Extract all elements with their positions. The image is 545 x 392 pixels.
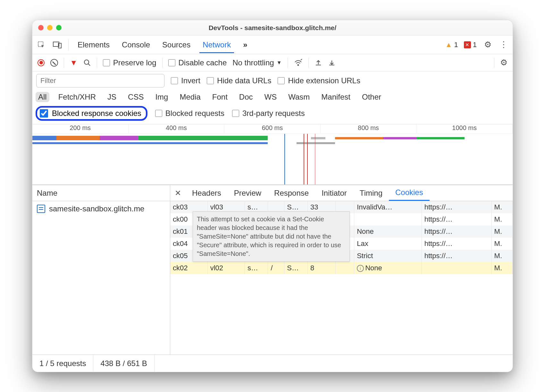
error-icon: ✕ xyxy=(464,41,471,48)
document-icon xyxy=(37,205,45,213)
type-pill-doc[interactable]: Doc xyxy=(237,92,256,102)
subtab-response[interactable]: Response xyxy=(268,185,315,201)
blocked-requests-checkbox[interactable]: Blocked requests xyxy=(155,109,224,118)
errors-indicator[interactable]: ✕ 1 xyxy=(464,41,477,49)
inspect-icon[interactable] xyxy=(36,40,46,50)
tab-sources[interactable]: Sources xyxy=(159,37,194,53)
warning-icon: ▲ xyxy=(445,41,452,49)
clear-button[interactable] xyxy=(50,59,58,67)
search-icon[interactable] xyxy=(83,59,91,67)
warning-count: 1 xyxy=(454,41,458,49)
type-pill-font[interactable]: Font xyxy=(210,92,230,102)
tab-elements[interactable]: Elements xyxy=(74,37,113,53)
kebab-menu-icon[interactable]: ⋮ xyxy=(499,40,509,50)
hide-data-urls-checkbox[interactable]: Hide data URLs xyxy=(207,76,271,85)
type-pill-js[interactable]: JS xyxy=(105,92,119,102)
main-tabstrip: Elements Console Sources Network » ▲ 1 ✕… xyxy=(32,36,513,54)
timeline-overview[interactable]: 200 ms 400 ms 600 ms 800 ms 1000 ms xyxy=(32,124,513,185)
subtab-cookies[interactable]: Cookies xyxy=(389,185,430,201)
record-button[interactable] xyxy=(38,59,45,66)
window-title: DevTools - samesite-sandbox.glitch.me/ xyxy=(32,24,513,32)
svg-line-4 xyxy=(88,64,90,66)
type-pill-media[interactable]: Media xyxy=(177,92,203,102)
blocked-response-cookies-checkbox[interactable]: Blocked response cookies xyxy=(36,106,147,121)
requests-list: Name samesite-sandbox.glitch.me xyxy=(32,185,170,355)
type-pill-ws[interactable]: WS xyxy=(262,92,280,102)
traffic-lights xyxy=(38,25,62,30)
request-name: samesite-sandbox.glitch.me xyxy=(49,204,144,213)
network-conditions-icon[interactable] xyxy=(294,59,303,67)
subtab-initiator[interactable]: Initiator xyxy=(315,185,353,201)
preserve-log-checkbox[interactable]: Preserve log xyxy=(103,58,156,67)
titlebar: DevTools - samesite-sandbox.glitch.me/ xyxy=(32,20,513,36)
subtab-timing[interactable]: Timing xyxy=(353,185,389,201)
svg-line-6 xyxy=(301,59,302,60)
requests-header-name[interactable]: Name xyxy=(32,185,170,201)
hide-extension-urls-checkbox[interactable]: Hide extension URLs xyxy=(278,76,360,85)
device-toggle-icon[interactable] xyxy=(52,40,63,50)
blocked-row: Blocked response cookies Blocked request… xyxy=(32,104,513,124)
request-row[interactable]: samesite-sandbox.glitch.me xyxy=(32,201,170,216)
error-count: 1 xyxy=(473,41,477,49)
svg-point-3 xyxy=(84,60,89,64)
type-pill-fetchxhr[interactable]: Fetch/XHR xyxy=(56,92,98,102)
network-settings-icon[interactable]: ⚙ xyxy=(500,58,507,68)
minimize-window-button[interactable] xyxy=(47,25,53,30)
network-toolbar: ▼ Preserve log Disable cache No throttli… xyxy=(32,54,513,71)
cookie-row[interactable]: ck02vl02s…/S…8iNoneM. xyxy=(170,262,513,274)
type-pill-other[interactable]: Other xyxy=(359,92,384,102)
disable-cache-checkbox[interactable]: Disable cache xyxy=(168,58,227,67)
close-details-button[interactable]: ✕ xyxy=(170,189,186,198)
type-filter-bar: All Fetch/XHR JS CSS Img Media Font Doc … xyxy=(32,90,513,104)
type-pill-manifest[interactable]: Manifest xyxy=(319,92,353,102)
tab-network[interactable]: Network xyxy=(199,37,234,53)
svg-point-5 xyxy=(298,64,298,65)
cookie-blocked-tooltip: This attempt to set a cookie via a Set-C… xyxy=(193,211,350,262)
network-split: Name samesite-sandbox.glitch.me ✕ Header… xyxy=(32,185,513,355)
status-bar: 1 / 5 requests 438 B / 651 B xyxy=(32,355,513,372)
filter-bar: Invert Hide data URLs Hide extension URL… xyxy=(32,71,513,90)
info-icon: i xyxy=(357,265,364,272)
warnings-indicator[interactable]: ▲ 1 xyxy=(445,41,458,49)
subtab-preview[interactable]: Preview xyxy=(228,185,268,201)
status-bytes: 438 B / 651 B xyxy=(93,355,154,372)
third-party-requests-checkbox[interactable]: 3rd-party requests xyxy=(232,109,305,118)
maximize-window-button[interactable] xyxy=(56,25,62,30)
throttling-select[interactable]: No throttling▼ xyxy=(232,58,281,67)
invert-checkbox[interactable]: Invert xyxy=(171,76,200,85)
filter-toggle-icon[interactable]: ▼ xyxy=(70,58,78,67)
upload-har-icon[interactable] xyxy=(314,59,322,67)
settings-icon[interactable]: ⚙ xyxy=(482,40,493,50)
devtools-window: DevTools - samesite-sandbox.glitch.me/ E… xyxy=(32,20,513,372)
download-har-icon[interactable] xyxy=(328,59,336,67)
type-pill-css[interactable]: CSS xyxy=(125,92,146,102)
tab-overflow[interactable]: » xyxy=(240,37,250,53)
type-pill-img[interactable]: Img xyxy=(153,92,171,102)
filter-input[interactable] xyxy=(36,74,164,87)
close-window-button[interactable] xyxy=(38,25,44,30)
detail-tabs: ✕ Headers Preview Response Initiator Tim… xyxy=(170,185,513,201)
type-pill-all[interactable]: All xyxy=(36,92,49,102)
status-requests: 1 / 5 requests xyxy=(32,355,93,372)
request-details: ✕ Headers Preview Response Initiator Tim… xyxy=(170,185,513,355)
type-pill-wasm[interactable]: Wasm xyxy=(286,92,312,102)
timeline-ruler: 200 ms 400 ms 600 ms 800 ms 1000 ms xyxy=(32,124,513,134)
subtab-headers[interactable]: Headers xyxy=(186,185,228,201)
tab-console[interactable]: Console xyxy=(119,37,153,53)
